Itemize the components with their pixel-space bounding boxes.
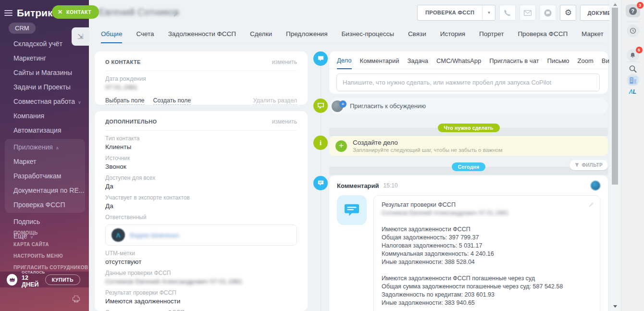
- footer-link-sitemap[interactable]: КАРТА САЙТА: [13, 242, 88, 247]
- filter-button[interactable]: ФИЛЬТР: [570, 160, 608, 170]
- choose-field-link[interactable]: Выбрать поле: [105, 97, 145, 105]
- notifications-button[interactable]: 6: [627, 49, 639, 62]
- invite-discussion-row[interactable]: + Пригласить к обсуждению: [329, 98, 608, 114]
- tab-market[interactable]: Маркет: [582, 30, 604, 43]
- creator-tab-invite-chat[interactable]: Пригласить в чат: [489, 57, 539, 69]
- create-activity-title: Создайте дело: [353, 139, 502, 147]
- avatar: [591, 181, 600, 190]
- sidebar-item-collab[interactable]: Совместная работа∨: [0, 94, 89, 109]
- creator-tab-zoom[interactable]: Zoom: [578, 57, 594, 69]
- divider: [626, 62, 640, 62]
- create-activity-subtitle: Запланируйте следующий шаг, чтобы не заб…: [353, 147, 502, 153]
- settings-button[interactable]: ⚙: [560, 5, 576, 21]
- sidebar-item-marketing[interactable]: Маркетинг: [0, 51, 89, 65]
- question-icon: ?: [629, 7, 637, 15]
- activity-creator-tabs: Дело Комментарий Задача СМС/WhatsApp При…: [329, 51, 608, 69]
- details-edit-link[interactable]: изменить: [272, 118, 297, 125]
- tab-invoices[interactable]: Счета: [136, 30, 154, 43]
- create-field-link[interactable]: Создать поле: [153, 97, 191, 105]
- scroll-down-arrow[interactable]: [613, 305, 617, 308]
- contact-entity-pill[interactable]: ✕ КОНТАКТ: [52, 5, 99, 19]
- tab-general[interactable]: Общие: [101, 30, 122, 43]
- comment-type-label: Комментарий: [337, 182, 379, 189]
- comment-line: Результат проверки ФССП: [382, 201, 592, 209]
- sidebar-item-company[interactable]: Компания: [0, 109, 89, 123]
- tab-history[interactable]: История: [440, 30, 465, 43]
- edit-comment-pencil-icon[interactable]: [589, 200, 594, 209]
- creator-tab-deal[interactable]: Дело: [337, 57, 352, 69]
- footer-link-configure-menu[interactable]: НАСТРОИТЬ МЕНЮ: [13, 253, 88, 259]
- creator-tab-sms[interactable]: СМС/WhatsApp: [436, 57, 481, 69]
- delete-section-link[interactable]: Удалить раздел: [253, 97, 297, 105]
- openlines-chat-button[interactable]: [540, 5, 556, 21]
- add-user-plus-icon[interactable]: +: [339, 100, 347, 108]
- tab-fssp-check[interactable]: Проверка ФССП: [518, 30, 568, 43]
- comment-tile-icon: [337, 195, 367, 225]
- history-button[interactable]: [627, 25, 639, 37]
- tab-portrait[interactable]: Портрет: [479, 30, 504, 43]
- available-label: Доступен для всех: [105, 174, 297, 181]
- license-remaining-value: 12 ДНЕЙ: [22, 275, 45, 288]
- about-contact-card: О КОНТАКТЕ изменить Дата рождения 07.01.…: [95, 51, 308, 105]
- scroll-up-arrow[interactable]: [613, 3, 617, 6]
- market-app-icon[interactable]: [628, 75, 638, 87]
- sidebar-item-developers[interactable]: Разработчикам: [5, 169, 85, 183]
- footer-link-invite-employees[interactable]: ПРИГЛАСИТЬ СОТРУДНИКОВ: [13, 265, 88, 270]
- tab-deals[interactable]: Сделки: [250, 30, 272, 43]
- scrollbar-thumb[interactable]: [612, 8, 618, 185]
- license-banner: ОСТАЛОСЬ 12 ДНЕЙ КУПИТЬ: [0, 272, 89, 287]
- edit-name-pencil-icon[interactable]: [173, 11, 178, 19]
- creator-tab-email[interactable]: Письмо: [547, 57, 570, 69]
- fssp-data-label: Данные проверки ФССП: [105, 270, 297, 276]
- today-pill: Сегодня: [452, 162, 485, 171]
- divider: [626, 22, 640, 22]
- search-button[interactable]: [629, 65, 637, 75]
- creator-tab-task[interactable]: Задача: [407, 57, 428, 69]
- sidebar-item-apps[interactable]: Приложения∧: [5, 140, 85, 154]
- email-button[interactable]: [520, 5, 536, 21]
- sidebar-item-automation[interactable]: Автоматизация: [0, 123, 89, 137]
- sidebar-item-sites[interactable]: Сайты и Магазины: [0, 65, 89, 80]
- tab-quotes[interactable]: Предложения: [286, 30, 328, 43]
- printer-icon[interactable]: [72, 295, 80, 305]
- tab-fssp-debts[interactable]: Задолженности ФССП: [168, 30, 236, 43]
- todo-pill: Что нужно сделать: [438, 124, 500, 132]
- plus-icon[interactable]: +: [335, 140, 347, 152]
- about-edit-link[interactable]: изменить: [272, 59, 297, 65]
- comment-line: Налоговая задолженность: 5 031.17: [382, 242, 592, 250]
- contact-type-value: Клиенты: [105, 143, 297, 150]
- sidebar-item-tasks[interactable]: Задачи и Проекты: [0, 80, 89, 94]
- call-button[interactable]: [499, 5, 516, 21]
- comment-icon: [313, 176, 328, 190]
- copilot-task-input[interactable]: [336, 74, 600, 91]
- creator-tab-comment[interactable]: Комментарий: [360, 57, 399, 69]
- sidebar-item-market[interactable]: Маркет: [5, 154, 85, 169]
- create-activity-card[interactable]: + Создайте дело Запланируйте следующий ш…: [329, 136, 608, 156]
- fssp-dropdown-caret[interactable]: ▼: [482, 5, 495, 20]
- buy-button[interactable]: КУПИТЬ: [45, 274, 80, 285]
- info-icon: i: [313, 136, 328, 150]
- tab-bizproc[interactable]: Бизнес-процессы: [341, 30, 394, 43]
- footer-link-help[interactable]: ПОМОЩЬ: [13, 230, 88, 236]
- responsible-user-box[interactable]: Λ Вадим Шевченко: [105, 224, 297, 246]
- sidebar-item-rest-docs[interactable]: Документация по RE...: [5, 183, 85, 198]
- invite-discussion-label: Пригласить к обсуждению: [350, 102, 426, 110]
- close-icon[interactable]: ✕: [58, 9, 62, 15]
- fssp-check-split-button[interactable]: ПРОВЕРКА ФССП ▼: [417, 5, 495, 21]
- tab-relations[interactable]: Связи: [408, 30, 426, 43]
- about-card-title: О КОНТАКТЕ: [105, 59, 141, 65]
- fssp-check-button-label[interactable]: ПРОВЕРКА ФССП: [418, 5, 482, 20]
- fssp-sum-label: Сумма задолженности ФССП: [105, 309, 297, 311]
- comment-line: Иные задолженности: 383 940.65: [382, 299, 592, 307]
- help-button[interactable]: ? 3: [626, 4, 640, 17]
- vertical-scrollbar[interactable]: [609, 0, 621, 311]
- sidebar-item-crm[interactable]: CRM: [9, 23, 36, 34]
- chevron-up-icon: ∧: [56, 146, 59, 150]
- hamburger-menu-icon[interactable]: [4, 10, 12, 16]
- responsible-name-link[interactable]: Вадим Шевченко: [130, 232, 179, 239]
- sidebar-item-sign[interactable]: Подпись: [0, 214, 89, 229]
- sidebar-item-warehouse[interactable]: Складской учёт: [0, 37, 89, 51]
- partner-logo-icon[interactable]: ΛL: [629, 88, 636, 95]
- export-label: Участвует в экспорте контактов: [105, 194, 297, 201]
- sidebar-item-fssp-check[interactable]: Проверка ФССП: [5, 198, 85, 212]
